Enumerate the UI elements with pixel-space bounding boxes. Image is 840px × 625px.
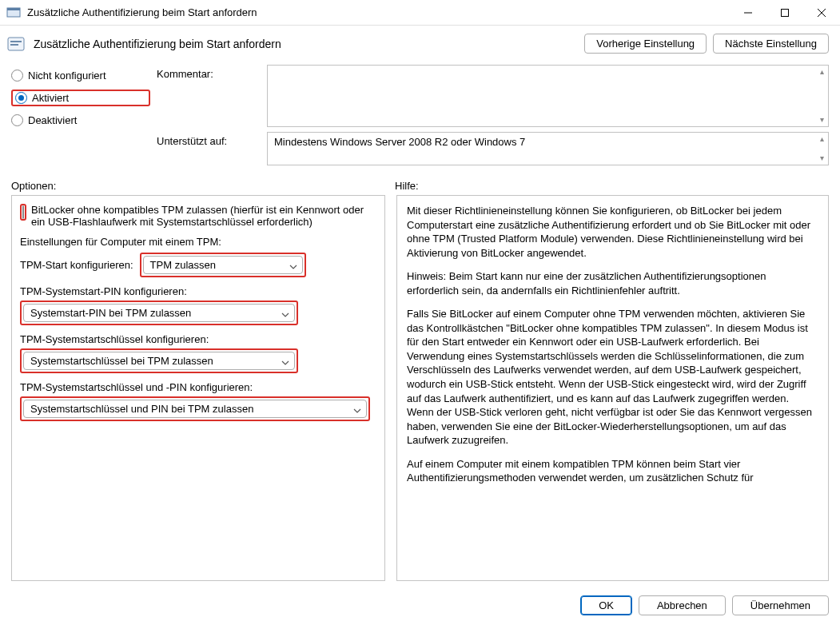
next-setting-button[interactable]: Nächste Einstellung — [713, 34, 829, 54]
titlebar: Zusätzliche Authentifizierung beim Start… — [0, 0, 840, 26]
comment-textarea[interactable]: ▴ ▾ — [267, 65, 829, 127]
radio-icon — [15, 92, 27, 104]
chevron-down-icon — [289, 261, 297, 269]
scroll-up-icon[interactable]: ▴ — [817, 134, 826, 144]
apply-button[interactable]: Übernehmen — [732, 595, 829, 615]
chevron-down-icon — [281, 309, 289, 317]
tpm-start-select[interactable]: TPM zulassen — [143, 256, 303, 274]
chevron-down-icon — [281, 357, 289, 365]
maximize-button[interactable] — [766, 0, 803, 25]
tpm-keypin-select[interactable]: Systemstartschlüssel und PIN bei TPM zul… — [23, 400, 367, 418]
radio-icon — [11, 70, 23, 82]
svg-rect-3 — [782, 9, 789, 16]
window-title: Zusätzliche Authentifizierung beim Start… — [27, 6, 730, 18]
svg-rect-8 — [10, 44, 18, 46]
previous-setting-button[interactable]: Vorherige Einstellung — [584, 34, 707, 54]
tpm-start-label: TPM-Start konfigurieren: — [20, 259, 133, 271]
options-section-label: Optionen: — [11, 180, 395, 192]
cancel-button[interactable]: Abbrechen — [639, 595, 726, 615]
scroll-down-icon[interactable]: ▾ — [817, 153, 826, 163]
state-not-configured[interactable]: Nicht konfiguriert — [11, 70, 150, 82]
close-button[interactable] — [803, 0, 840, 25]
help-paragraph: Auf einem Computer mit einem kompatiblen… — [407, 457, 818, 485]
svg-rect-7 — [10, 41, 22, 42]
help-section-label: Hilfe: — [395, 180, 829, 192]
minimize-button[interactable] — [730, 0, 766, 25]
policy-title: Zusätzliche Authentifizierung beim Start… — [34, 38, 576, 50]
comment-label: Kommentar: — [157, 65, 261, 127]
help-paragraph: Hinweis: Beim Start kann nur eine der zu… — [407, 269, 818, 297]
select-value: Systemstartschlüssel bei TPM zulassen — [30, 355, 213, 367]
state-enabled[interactable]: Aktiviert — [15, 92, 69, 104]
supported-on-value: Mindestens Windows Server 2008 R2 oder W… — [274, 136, 525, 148]
tpm-keypin-label: TPM-Systemstartschlüssel und -PIN konfig… — [20, 381, 376, 393]
chevron-down-icon — [353, 405, 361, 413]
app-icon — [6, 6, 21, 20]
radio-label: Deaktiviert — [28, 114, 77, 126]
tpm-pin-label: TPM-Systemstart-PIN konfigurieren: — [20, 285, 376, 297]
options-panel: BitLocker ohne kompatibles TPM zulassen … — [11, 195, 385, 581]
radio-label: Nicht konfiguriert — [28, 70, 106, 82]
tpm-pin-select[interactable]: Systemstart-PIN bei TPM zulassen — [23, 304, 295, 322]
scroll-up-icon[interactable]: ▴ — [817, 67, 826, 77]
supported-on-box: Mindestens Windows Server 2008 R2 oder W… — [267, 132, 829, 165]
tpm-key-label: TPM-Systemstartschlüssel konfigurieren: — [20, 333, 376, 345]
tpm-key-select[interactable]: Systemstartschlüssel bei TPM zulassen — [23, 352, 295, 370]
help-panel: Mit dieser Richtlinieneinstellung können… — [396, 195, 829, 581]
help-paragraph: Mit dieser Richtlinieneinstellung können… — [407, 204, 818, 260]
radio-icon — [11, 114, 23, 126]
select-value: TPM zulassen — [150, 259, 216, 271]
supported-label: Unterstützt auf: — [157, 132, 261, 165]
policy-icon — [6, 34, 26, 54]
ok-button[interactable]: OK — [580, 595, 632, 615]
svg-rect-1 — [7, 8, 20, 10]
radio-label: Aktiviert — [32, 92, 69, 104]
select-value: Systemstart-PIN bei TPM zulassen — [30, 307, 191, 319]
tpm-settings-heading: Einstellungen für Computer mit einem TPM… — [20, 236, 376, 248]
state-radiogroup: Nicht konfiguriert Aktiviert Deaktiviert — [11, 65, 150, 126]
allow-without-tpm-checkbox[interactable] — [22, 205, 24, 219]
state-disabled[interactable]: Deaktiviert — [11, 114, 150, 126]
scroll-down-icon[interactable]: ▾ — [817, 115, 826, 125]
select-value: Systemstartschlüssel und PIN bei TPM zul… — [30, 403, 253, 415]
help-paragraph: Falls Sie BitLocker auf einem Computer o… — [407, 307, 818, 447]
allow-without-tpm-label: BitLocker ohne kompatibles TPM zulassen … — [31, 204, 376, 228]
